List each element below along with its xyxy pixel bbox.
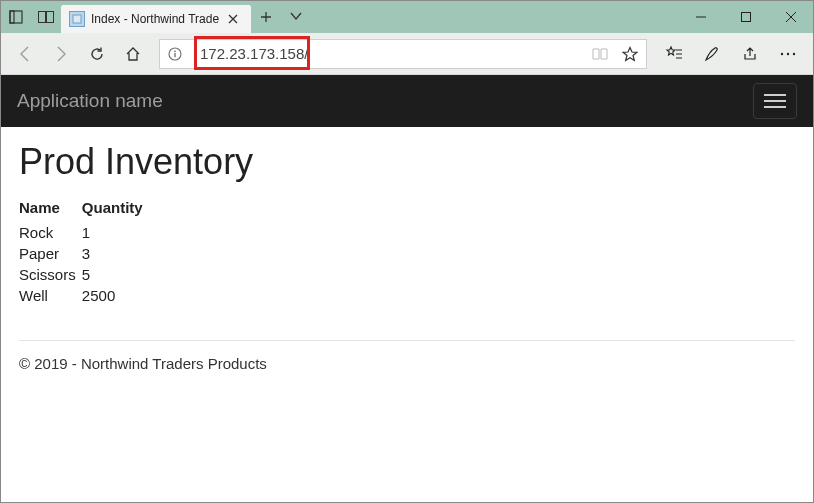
tab-title: Index - Northwind Traders [91,12,219,26]
divider [19,340,795,341]
new-tab-button[interactable] [251,1,281,33]
window-maximize-button[interactable] [723,1,768,33]
tab-close-button[interactable] [225,11,241,27]
svg-rect-4 [73,15,81,23]
share-icon[interactable] [733,38,767,70]
svg-rect-3 [47,12,54,23]
reading-view-icon[interactable] [590,44,610,64]
app-navbar: Application name [1,75,813,127]
tab-aside-icon[interactable] [1,1,31,33]
refresh-button[interactable] [81,38,113,70]
svg-rect-0 [10,11,22,23]
tab-actions-button[interactable] [281,1,311,33]
browser-toolbar [1,33,813,75]
site-info-icon[interactable] [160,47,190,61]
page-title: Prod Inventory [19,141,795,183]
address-bar[interactable] [159,39,647,69]
window-minimize-button[interactable] [678,1,723,33]
favorites-list-icon[interactable] [657,38,691,70]
tab-preview-icon[interactable] [31,1,61,33]
svg-point-11 [793,52,795,54]
svg-point-9 [781,52,783,54]
more-icon[interactable] [771,38,805,70]
table-row: Rock1 [19,222,165,243]
page-footer: © 2019 - Northwind Traders Products [19,355,795,372]
table-row: Paper3 [19,243,165,264]
forward-button[interactable] [45,38,77,70]
svg-rect-1 [10,11,14,23]
browser-tab[interactable]: Index - Northwind Traders [61,5,251,33]
window-titlebar: Index - Northwind Traders [1,1,813,33]
window-close-button[interactable] [768,1,813,33]
col-name: Name [19,197,82,222]
col-quantity: Quantity [82,197,165,222]
table-row: Scissors5 [19,264,165,285]
tab-favicon [69,11,85,27]
svg-rect-2 [39,12,46,23]
page-content: Prod Inventory Name Quantity Rock1 Paper… [1,127,813,386]
table-row: Well2500 [19,285,165,306]
favorite-icon[interactable] [620,44,640,64]
app-brand[interactable]: Application name [17,90,163,112]
svg-rect-8 [174,53,175,57]
address-input[interactable] [190,40,590,68]
svg-point-7 [174,50,176,52]
menu-toggle-button[interactable] [753,83,797,119]
svg-rect-5 [741,13,750,22]
home-button[interactable] [117,38,149,70]
back-button[interactable] [9,38,41,70]
inventory-table: Name Quantity Rock1 Paper3 Scissors5 Wel… [19,197,165,306]
svg-point-10 [787,52,789,54]
notes-icon[interactable] [695,38,729,70]
